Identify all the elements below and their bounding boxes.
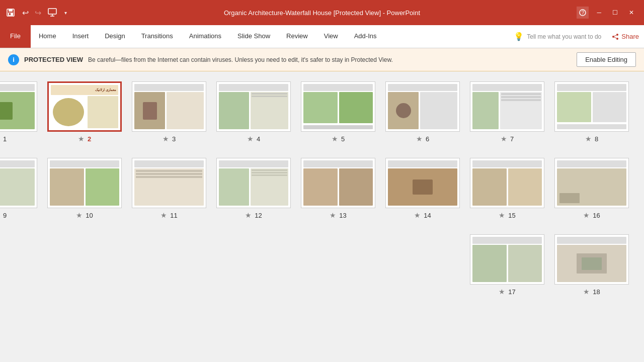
star-icon: ★ bbox=[78, 135, 85, 143]
slide-row-2: ★ 16 ★ 15 bbox=[15, 158, 629, 219]
share-label: Share bbox=[621, 33, 639, 40]
slide-meta: ★ 7 bbox=[501, 135, 514, 143]
slide-row-3: ★ 18 ★ 17 bbox=[15, 234, 629, 296]
slide-number: 16 bbox=[593, 212, 600, 219]
lightbulb-icon: 💡 bbox=[514, 32, 524, 41]
slide-number: 17 bbox=[508, 288, 515, 296]
minimize-button[interactable]: ─ bbox=[592, 7, 606, 19]
undo-button[interactable]: ↩ bbox=[20, 7, 31, 19]
star-icon: ★ bbox=[583, 288, 590, 296]
star-icon: ★ bbox=[501, 135, 507, 143]
slide-item[interactable]: ★ 12 bbox=[216, 158, 291, 219]
enable-editing-button[interactable]: Enable Editing bbox=[577, 52, 636, 67]
slide-item[interactable]: ★ 11 bbox=[132, 158, 206, 219]
slide-number: 1 bbox=[3, 135, 7, 143]
slide-number: 3 bbox=[172, 135, 176, 143]
slide-thumbnail bbox=[47, 158, 122, 208]
slide-number: 9 bbox=[3, 212, 7, 219]
tab-transitions[interactable]: Transitions bbox=[133, 25, 181, 48]
slide-meta: ★ 5 bbox=[332, 135, 345, 143]
ribbon: File Home Insert Design Transitions Anim… bbox=[0, 25, 644, 48]
svg-rect-1 bbox=[9, 9, 13, 12]
slide-item[interactable]: ★ 8 bbox=[554, 81, 629, 143]
svg-line-12 bbox=[614, 35, 616, 36]
slide-item[interactable]: ★ 1 bbox=[0, 81, 37, 143]
tab-home[interactable]: Home bbox=[31, 25, 64, 48]
slide-thumbnail bbox=[470, 81, 544, 132]
slide-thumbnail bbox=[216, 81, 291, 132]
slide-meta: ★ 11 bbox=[160, 211, 177, 219]
slide-item[interactable]: ★ 9 bbox=[0, 158, 37, 219]
slide-item[interactable]: ★ 16 bbox=[554, 158, 629, 219]
tab-review[interactable]: Review bbox=[278, 25, 316, 48]
slide-meta: ★ 16 bbox=[583, 211, 600, 219]
slide-item[interactable]: ★ 18 bbox=[554, 234, 629, 296]
close-button[interactable]: ✕ bbox=[624, 7, 639, 19]
slide-thumbnail bbox=[554, 81, 629, 132]
restore-button[interactable]: ☐ bbox=[607, 7, 623, 19]
star-icon: ★ bbox=[583, 211, 590, 219]
title-bar: ↩ ↪ ▾ Organic Architecture-Waterfall Hou… bbox=[0, 0, 644, 25]
slide-number: 15 bbox=[508, 212, 515, 219]
tab-file[interactable]: File bbox=[0, 25, 31, 48]
slide-number: 13 bbox=[339, 212, 346, 219]
star-icon: ★ bbox=[416, 135, 423, 143]
tab-design[interactable]: Design bbox=[97, 25, 133, 48]
undo-redo-group: ↩ ↪ bbox=[20, 7, 43, 19]
slide-item[interactable]: ★ 3 bbox=[132, 81, 206, 143]
slide-item[interactable]: ★ 6 bbox=[385, 81, 460, 143]
window-controls: ? ─ ☐ ✕ bbox=[577, 7, 639, 19]
tab-animations[interactable]: Animations bbox=[181, 25, 229, 48]
share-button[interactable]: Share bbox=[606, 25, 644, 48]
slide-meta: ★ 4 bbox=[247, 135, 260, 143]
slide-thumbnail-selected: معماری ارلانیک bbox=[47, 81, 122, 132]
slide-item[interactable]: ★ 10 bbox=[47, 158, 122, 219]
slide-item[interactable]: ★ 4 bbox=[216, 81, 291, 143]
redo-button[interactable]: ↪ bbox=[33, 7, 43, 19]
slide-item[interactable]: ★ 17 bbox=[470, 234, 544, 296]
save-icon[interactable] bbox=[5, 7, 16, 18]
tab-addins[interactable]: Add-Ins bbox=[346, 25, 385, 48]
slide-meta: ★ 8 bbox=[585, 135, 598, 143]
slide-item[interactable]: معماری ارلانیک ★ 2 bbox=[47, 81, 122, 143]
slide-thumbnail bbox=[385, 158, 460, 208]
svg-point-10 bbox=[612, 36, 614, 38]
tab-slideshow[interactable]: Slide Show bbox=[229, 25, 278, 48]
slide-meta: ★ 9 bbox=[0, 211, 7, 219]
slide-item[interactable]: ★ 14 bbox=[385, 158, 460, 219]
slide-thumbnail bbox=[301, 81, 375, 132]
search-area[interactable]: 💡 Tell me what you want to do bbox=[509, 25, 606, 48]
protected-view-label: PROTECTED VIEW bbox=[24, 56, 83, 63]
star-icon: ★ bbox=[414, 211, 421, 219]
quick-access-dropdown[interactable]: ▾ bbox=[62, 9, 69, 17]
slide-meta: ★ 13 bbox=[330, 211, 346, 219]
slide-number: 2 bbox=[88, 135, 91, 143]
slide-number: 8 bbox=[595, 135, 598, 143]
star-icon: ★ bbox=[585, 135, 592, 143]
tab-insert[interactable]: Insert bbox=[64, 25, 97, 48]
presentation-icon[interactable] bbox=[47, 7, 58, 18]
slide-thumbnail bbox=[470, 158, 544, 208]
star-icon: ★ bbox=[330, 211, 336, 219]
svg-point-11 bbox=[616, 38, 618, 40]
slide-thumbnail bbox=[385, 81, 460, 132]
slide-number: 11 bbox=[170, 212, 177, 219]
slide-number: 18 bbox=[593, 288, 600, 296]
star-icon: ★ bbox=[499, 288, 505, 296]
slide-number: 14 bbox=[424, 212, 431, 219]
slide-thumbnail bbox=[554, 234, 629, 285]
protected-view-bar: i PROTECTED VIEW Be careful—files from t… bbox=[0, 48, 644, 71]
svg-point-9 bbox=[616, 34, 618, 36]
slide-item[interactable]: ★ 13 bbox=[301, 158, 375, 219]
slide-meta: ★ 15 bbox=[499, 211, 515, 219]
slide-item[interactable]: ★ 15 bbox=[470, 158, 544, 219]
help-icon[interactable]: ? bbox=[577, 7, 589, 19]
star-icon: ★ bbox=[76, 211, 83, 219]
slide-thumbnail bbox=[132, 158, 206, 208]
protected-view-message: Be careful—files from the Internet can c… bbox=[88, 56, 572, 63]
slide-thumbnail bbox=[301, 158, 375, 208]
tab-view[interactable]: View bbox=[316, 25, 346, 48]
slide-item[interactable]: ★ 7 bbox=[470, 81, 544, 143]
slide-item[interactable]: ★ 5 bbox=[301, 81, 375, 143]
slide-thumbnail bbox=[216, 158, 291, 208]
